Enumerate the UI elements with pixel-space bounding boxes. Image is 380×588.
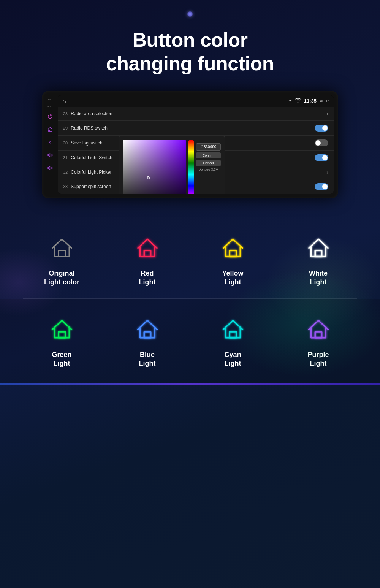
back-button[interactable] <box>46 138 54 146</box>
hue-bar[interactable] <box>188 140 194 194</box>
bluetooth-icon: ✦ <box>288 98 292 103</box>
light-label-yellow: YellowLight <box>222 269 243 287</box>
rst-label: RST <box>48 105 53 108</box>
svg-rect-9 <box>59 332 65 338</box>
light-grid-1: OriginalLight color RedLight <box>23 233 357 287</box>
light-label-purple: PurpleLight <box>307 350 329 368</box>
settings-list: 28Radio area selection › 29Radio RDS swi… <box>58 107 334 194</box>
page-title: Button color changing function <box>0 28 380 76</box>
power-button[interactable] <box>46 112 54 120</box>
split-screen-toggle[interactable] <box>315 183 328 190</box>
status-bar: ⌂ ✦ 11:35 ⧉ ↩ <box>58 95 334 107</box>
svg-marker-1 <box>48 154 50 157</box>
light-label-blue: BlueLight <box>139 350 156 368</box>
light-item-white: WhiteLight <box>279 233 357 287</box>
light-label-red: RedLight <box>139 269 156 287</box>
window-icon: ⧉ <box>320 98 323 103</box>
light-grid-row1: OriginalLight color RedLight <box>0 217 380 298</box>
light-label-cyan: CyanLight <box>224 350 241 368</box>
device-mockup: MIC RST <box>42 91 338 198</box>
light-item-green: GreenLight <box>23 314 101 368</box>
arrow-icon: › <box>326 111 328 117</box>
house-icon-green <box>47 314 77 344</box>
light-item-cyan: CyanLight <box>194 314 272 368</box>
svg-rect-11 <box>230 332 236 338</box>
light-label-green: GreenLight <box>52 350 71 368</box>
svg-rect-10 <box>144 332 151 338</box>
bottom-bar <box>0 383 380 385</box>
svg-rect-5 <box>59 250 65 257</box>
light-item-red: RedLight <box>108 233 186 287</box>
vol-up-button[interactable] <box>46 151 54 159</box>
back-icon: ↩ <box>326 98 329 103</box>
wifi-icon <box>295 98 301 104</box>
svg-rect-7 <box>230 250 236 257</box>
house-icon-yellow <box>218 233 248 263</box>
light-item-blue: BlueLight <box>108 314 186 368</box>
house-icon-blue <box>132 314 163 344</box>
device-screen: ⌂ ✦ 11:35 ⧉ ↩ <box>58 95 334 194</box>
light-label-white: WhiteLight <box>309 269 328 287</box>
device-container: MIC RST <box>0 91 380 217</box>
home-icon[interactable]: ⌂ <box>62 98 66 105</box>
light-grid-row2: GreenLight BlueLight <box>0 299 380 384</box>
title-section: Button color changing function <box>0 24 380 91</box>
voltage-display: Voltage 3.3V <box>196 168 221 171</box>
light-item-yellow: YellowLight <box>194 233 272 287</box>
log-switch-toggle[interactable] <box>315 139 328 146</box>
house-icon-original <box>47 233 77 263</box>
hex-value[interactable]: # 330990 <box>196 143 221 151</box>
svg-marker-2 <box>48 166 50 170</box>
house-icon-cyan <box>218 314 248 344</box>
light-switch-toggle[interactable] <box>315 154 328 161</box>
svg-rect-6 <box>144 250 151 257</box>
rds-switch-toggle[interactable] <box>315 125 328 132</box>
settings-item-29[interactable]: 29Radio RDS switch <box>58 121 334 136</box>
house-icon-white <box>303 233 334 263</box>
svg-rect-0 <box>49 130 51 131</box>
arrow-icon-2: › <box>326 169 328 175</box>
title-line1: Button color <box>132 29 247 51</box>
title-line2: changing function <box>106 52 274 74</box>
light-item-original: OriginalLight color <box>23 233 101 287</box>
color-gradient-canvas[interactable] <box>123 140 186 194</box>
device-sidebar: MIC RST <box>45 95 55 194</box>
color-picker-popup: # 330990 Confirm Cancel Voltage 3.3V <box>119 136 225 194</box>
home-button[interactable] <box>46 125 54 133</box>
picker-cursor[interactable] <box>147 176 150 179</box>
light-grid-2: GreenLight BlueLight <box>23 314 357 368</box>
house-icon-red <box>132 233 163 263</box>
settings-item-28[interactable]: 28Radio area selection › <box>58 107 334 121</box>
light-item-purple: PurpleLight <box>279 314 357 368</box>
svg-rect-8 <box>315 250 322 257</box>
light-label-original: OriginalLight color <box>44 269 79 287</box>
camera-indicator <box>187 11 193 17</box>
mic-label: MIC <box>48 98 53 101</box>
cancel-button[interactable]: Cancel <box>196 160 221 166</box>
vol-down-button[interactable] <box>46 164 54 172</box>
confirm-button[interactable]: Confirm <box>196 152 221 158</box>
svg-rect-12 <box>315 332 322 338</box>
house-icon-purple <box>303 314 334 344</box>
status-time: 11:35 <box>304 98 317 104</box>
